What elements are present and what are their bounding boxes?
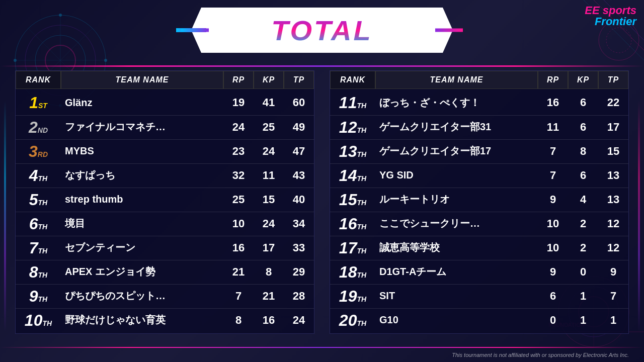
- rank-display: 11 TH: [339, 95, 366, 111]
- table-row: 6 TH 境目 10 24 34: [16, 212, 314, 235]
- rp-value: 0: [538, 312, 568, 329]
- rp-value: 9: [538, 191, 568, 208]
- left-table-body: 1 ST Glänz 19 41 60 2 ND ファイナルコマネチ… 24 2…: [16, 91, 314, 331]
- team-name: strep thumb: [61, 192, 223, 207]
- rank-suffix: TH: [357, 127, 366, 134]
- kp-value: 8: [568, 143, 598, 160]
- rank-cell: 17 TH: [330, 238, 375, 258]
- tp-value: 17: [598, 119, 628, 136]
- tp-value: 24: [284, 312, 314, 329]
- table-row: 4 TH なすぱっち 32 11 43: [16, 163, 314, 187]
- rank-cell: 15 TH: [330, 190, 375, 210]
- tp-value: 9: [598, 263, 628, 281]
- kp-value: 21: [254, 288, 284, 305]
- rp-value: 10: [223, 215, 254, 232]
- rank-display: 14 TH: [339, 167, 366, 184]
- tp-value: 40: [284, 191, 314, 208]
- rp-value: 16: [223, 239, 254, 256]
- table-row: 17 TH 誠恵高等学校 10 2 12: [330, 236, 628, 259]
- kp-value: 0: [568, 263, 598, 281]
- kp-value: 2: [568, 239, 598, 256]
- right-kp-header: KP: [568, 71, 598, 89]
- team-name: 境目: [61, 215, 223, 232]
- kp-value: 11: [254, 167, 284, 184]
- table-row: 16 TH ここでシュークリー… 10 2 12: [330, 212, 628, 235]
- rank-number: 10: [25, 312, 43, 328]
- rank-display: 12 TH: [339, 119, 366, 135]
- left-rp-header: RP: [223, 71, 254, 89]
- rank-number: 11: [339, 95, 357, 111]
- team-name: ぼっち・ざ・ぺくす！: [375, 94, 538, 112]
- rank-cell: 11 TH: [330, 93, 375, 113]
- kp-value: 17: [254, 239, 284, 256]
- rank-number: 4: [29, 167, 38, 184]
- table-row: 18 TH D1GT-Aチーム 9 0 9: [330, 260, 628, 283]
- logo-esports: EE sports: [585, 5, 636, 16]
- left-kp-header: KP: [254, 71, 284, 89]
- right-team-header: TEAM NAME: [375, 71, 538, 89]
- rank-suffix: TH: [38, 296, 48, 303]
- right-rp-header: RP: [538, 71, 568, 89]
- table-row: 9 TH ぴちぴちのスピット… 7 21 28: [16, 284, 314, 307]
- table-row: 5 TH strep thumb 25 15 40: [16, 188, 314, 211]
- table-row: 3 RD MYBS 23 24 47: [16, 139, 314, 162]
- rank-display: 18 TH: [339, 264, 366, 280]
- page-title: TOTAL: [271, 14, 372, 47]
- kp-value: 4: [568, 191, 598, 208]
- svg-point-8: [59, 14, 62, 17]
- rank-number: 20: [339, 312, 357, 328]
- table-row: 11 TH ぼっち・ざ・ぺくす！ 16 6 22: [330, 91, 628, 114]
- rank-cell: 13 TH: [330, 141, 375, 161]
- rank-cell: 8 TH: [16, 262, 61, 282]
- rank-cell: 18 TH: [330, 262, 375, 282]
- rank-display: 16 TH: [339, 216, 366, 232]
- tp-value: 22: [598, 94, 628, 111]
- tp-value: 34: [284, 215, 314, 232]
- rank-number: 14: [339, 167, 357, 184]
- right-vertical-decoration: [638, 101, 640, 332]
- tp-value: 43: [284, 167, 314, 184]
- rp-value: 11: [538, 119, 568, 136]
- rank-cell: 3 RD: [16, 141, 61, 161]
- table-row: 2 ND ファイナルコマネチ… 24 25 49: [16, 115, 314, 138]
- rank-display: 7 TH: [29, 240, 47, 256]
- rank-display: 5 TH: [29, 192, 47, 208]
- table-row: 10 TH 野球だけじゃない育英 8 16 24: [16, 308, 314, 331]
- rank-number: 5: [29, 192, 38, 208]
- rank-display: 4 TH: [29, 167, 47, 184]
- right-table-body: 11 TH ぼっち・ざ・ぺくす！ 16 6 22 12 TH ゲームクリエイター…: [330, 91, 628, 331]
- rank-display: 10 TH: [25, 312, 52, 328]
- left-tp-header: TP: [284, 71, 314, 89]
- kp-value: 8: [254, 263, 284, 281]
- team-name: ぴちぴちのスピット…: [61, 287, 223, 305]
- rank-number: 15: [339, 192, 357, 208]
- tp-value: 13: [598, 191, 628, 208]
- team-name: セブンティーン: [61, 239, 223, 256]
- team-name: Glänz: [61, 95, 223, 111]
- rp-value: 24: [223, 119, 254, 136]
- kp-value: 1: [568, 312, 598, 329]
- rp-value: 9: [538, 263, 568, 281]
- right-table-header: RANK TEAM NAME RP KP TP: [330, 71, 628, 89]
- rp-value: 10: [538, 215, 568, 232]
- rp-value: 8: [223, 312, 254, 329]
- team-name: 誠恵高等学校: [375, 239, 538, 256]
- left-team-header: TEAM NAME: [61, 71, 223, 89]
- kp-value: 15: [254, 191, 284, 208]
- rp-value: 7: [223, 288, 254, 305]
- table-row: 14 TH YG SID 7 6 13: [330, 163, 628, 187]
- left-table-header: RANK TEAM NAME RP KP TP: [16, 71, 314, 89]
- table-row: 20 TH G10 0 1 1: [330, 308, 628, 331]
- rank-suffix: TH: [357, 296, 366, 303]
- rank-suffix: TH: [38, 175, 48, 182]
- rank-display: 20 TH: [339, 312, 366, 328]
- rank-suffix: TH: [357, 175, 366, 182]
- kp-value: 6: [568, 167, 598, 184]
- right-table-section: RANK TEAM NAME RP KP TP 11 TH ぼっち・ざ・ぺくす！…: [330, 70, 629, 347]
- right-tp-header: TP: [598, 71, 628, 89]
- rank-suffix: TH: [38, 272, 48, 279]
- rank-display: 13 TH: [339, 143, 366, 159]
- rp-value: 32: [223, 167, 254, 184]
- rank-display: 2 ND: [29, 119, 48, 135]
- rank-suffix: TH: [38, 247, 48, 254]
